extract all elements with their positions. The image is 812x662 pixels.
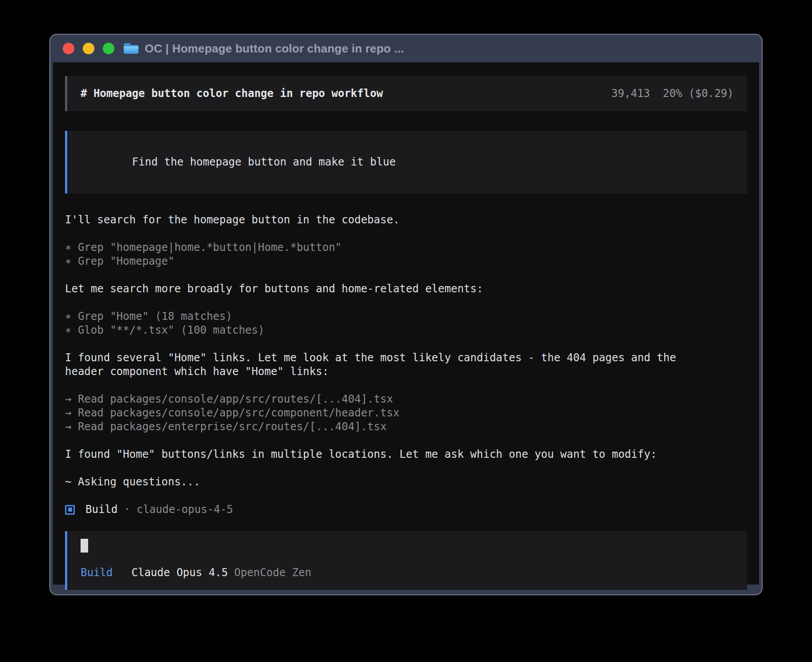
terminal-content[interactable]: # Homepage button color change in repo w… (53, 62, 759, 585)
session-header: # Homepage button color change in repo w… (65, 76, 747, 111)
assistant-text-block: I found several "Home" links. Let me loo… (65, 351, 747, 379)
tool-call-block: → Read packages/console/app/src/routes/[… (65, 392, 747, 434)
assistant-transcript: I'll search for the homepage button in t… (65, 213, 747, 489)
tool-call-line: ∗ Grep "Home" (18 matches) (65, 310, 747, 323)
agent-square-icon (65, 505, 75, 515)
agent-model: claude-opus-4-5 (137, 503, 233, 517)
assistant-text-line: I found several "Home" links. Let me loo… (65, 351, 747, 365)
tool-call-line: ∗ Grep "Homepage" (65, 254, 747, 268)
input-model-label: Claude Opus 4.5 (131, 566, 228, 579)
assistant-text-line: ~ Asking questions... (65, 475, 747, 489)
user-message: Find the homepage button and make it blu… (65, 131, 747, 194)
zoom-window-button[interactable] (103, 43, 114, 54)
input-footer: BuildClaude Opus 4.5OpenCode Zen (81, 566, 734, 580)
agent-status-line: Build · claude-opus-4-5 (65, 503, 747, 517)
tool-call-line: → Read packages/enterprise/src/routes/[.… (65, 420, 747, 434)
tool-call-block: ∗ Grep "homepage|home.*button|Home.*butt… (65, 241, 747, 268)
context-usage: 20% ($0.29) (663, 87, 734, 100)
tool-call-line: ∗ Glob "**/*.tsx" (100 matches) (65, 323, 747, 337)
agent-name: Build (85, 503, 118, 517)
tool-call-block: ∗ Grep "Home" (18 matches)∗ Glob "**/*.t… (65, 310, 747, 337)
folder-icon (122, 42, 139, 55)
assistant-text-line: Let me search more broadly for buttons a… (65, 282, 747, 296)
input-provider-label: OpenCode Zen (234, 566, 311, 579)
terminal-window: OC | Homepage button color change in rep… (49, 34, 763, 595)
assistant-text-block: I'll search for the homepage button in t… (65, 213, 747, 227)
tool-call-line: ∗ Grep "homepage|home.*button|Home.*butt… (65, 241, 747, 254)
token-count: 39,413 (611, 87, 650, 100)
user-message-text: Find the homepage button and make it blu… (132, 156, 396, 168)
assistant-text-block: Let me search more broadly for buttons a… (65, 282, 747, 296)
input-mode-label: Build (81, 566, 113, 579)
session-stats: 39,41320% ($0.29) (611, 87, 734, 101)
minimize-window-button[interactable] (83, 43, 94, 54)
prompt-input[interactable]: BuildClaude Opus 4.5OpenCode Zen (65, 531, 747, 590)
assistant-text-line: I found "Home" buttons/links in multiple… (65, 448, 747, 461)
close-window-button[interactable] (63, 43, 74, 54)
session-title: # Homepage button color change in repo w… (81, 87, 383, 101)
text-cursor (81, 539, 88, 553)
assistant-text-block: ~ Asking questions... (65, 475, 747, 489)
titlebar[interactable]: OC | Homepage button color change in rep… (50, 35, 762, 62)
traffic-lights (63, 43, 114, 54)
window-title: OC | Homepage button color change in rep… (145, 42, 404, 56)
tool-call-line: → Read packages/console/app/src/routes/[… (65, 392, 747, 406)
assistant-text-line: I'll search for the homepage button in t… (65, 213, 747, 227)
assistant-text-line: header component which have "Home" links… (65, 365, 747, 379)
assistant-text-block: I found "Home" buttons/links in multiple… (65, 448, 747, 461)
agent-separator: · (124, 503, 130, 517)
desktop-background: OC | Homepage button color change in rep… (0, 0, 812, 662)
tool-call-line: → Read packages/console/app/src/componen… (65, 406, 747, 420)
